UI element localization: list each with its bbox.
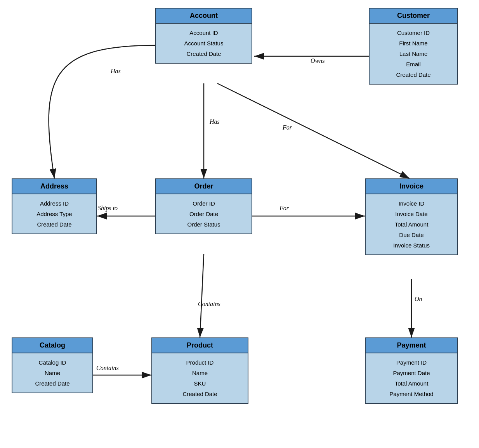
product-field-3: SKU: [158, 378, 241, 389]
customer-field-4: Email: [376, 59, 451, 69]
account-field-1: Account ID: [162, 28, 245, 38]
entity-product: Product Product ID Name SKU Created Date: [151, 337, 248, 404]
rel-owns: Owns: [311, 57, 325, 64]
entity-product-body: Product ID Name SKU Created Date: [152, 353, 248, 403]
rel-for-order-invoice: For: [279, 205, 289, 212]
entity-order-body: Order ID Order Date Order Status: [156, 194, 252, 234]
entity-invoice-body: Invoice ID Invoice Date Total Amount Due…: [366, 194, 457, 254]
entity-customer: Customer Customer ID First Name Last Nam…: [369, 8, 458, 85]
invoice-field-1: Invoice ID: [372, 198, 451, 209]
customer-field-3: Last Name: [376, 48, 451, 59]
rel-has-order: Has: [210, 118, 220, 125]
entity-address-header: Address: [12, 179, 96, 194]
customer-field-2: First Name: [376, 38, 451, 48]
entity-payment-header: Payment: [366, 338, 457, 353]
entity-order-header: Order: [156, 179, 252, 194]
customer-field-1: Customer ID: [376, 28, 451, 38]
invoice-field-2: Invoice Date: [372, 209, 451, 219]
order-field-1: Order ID: [162, 198, 245, 209]
invoice-field-4: Due Date: [372, 230, 451, 240]
entity-address: Address Address ID Address Type Created …: [12, 178, 97, 234]
rel-contains-product: Contains: [198, 301, 220, 308]
entity-invoice: Invoice Invoice ID Invoice Date Total Am…: [365, 178, 458, 255]
account-field-3: Created Date: [162, 48, 245, 59]
entity-payment: Payment Payment ID Payment Date Total Am…: [365, 337, 458, 404]
entity-address-body: Address ID Address Type Created Date: [12, 194, 96, 234]
entity-catalog-body: Catalog ID Name Created Date: [12, 353, 92, 393]
payment-field-2: Payment Date: [372, 368, 451, 378]
order-field-2: Order Date: [162, 209, 245, 219]
entity-product-title: Product: [187, 341, 213, 349]
product-field-1: Product ID: [158, 357, 241, 368]
entity-customer-header: Customer: [370, 9, 457, 24]
account-field-2: Account Status: [162, 38, 245, 48]
catalog-field-2: Name: [19, 368, 86, 378]
entity-payment-body: Payment ID Payment Date Total Amount Pay…: [366, 353, 457, 403]
entity-invoice-header: Invoice: [366, 179, 457, 194]
entity-account-body: Account ID Account Status Created Date: [156, 24, 252, 63]
entity-account-header: Account: [156, 9, 252, 24]
entity-product-header: Product: [152, 338, 248, 353]
rel-has-address: Has: [111, 68, 121, 75]
rel-contains-catalog: Contains: [96, 365, 119, 372]
entity-account-title: Account: [190, 12, 218, 19]
address-field-2: Address Type: [19, 209, 90, 219]
invoice-field-3: Total Amount: [372, 219, 451, 230]
entity-catalog-title: Catalog: [40, 341, 65, 349]
payment-field-1: Payment ID: [372, 357, 451, 368]
entity-order: Order Order ID Order Date Order Status: [155, 178, 252, 234]
catalog-field-3: Created Date: [19, 378, 86, 389]
entity-order-title: Order: [194, 182, 213, 190]
entity-customer-body: Customer ID First Name Last Name Email C…: [370, 24, 457, 84]
customer-field-5: Created Date: [376, 69, 451, 80]
catalog-field-1: Catalog ID: [19, 357, 86, 368]
address-field-1: Address ID: [19, 198, 90, 209]
payment-field-4: Payment Method: [372, 389, 451, 399]
entity-catalog-header: Catalog: [12, 338, 92, 353]
rel-on: On: [415, 296, 422, 303]
entity-payment-title: Payment: [397, 341, 426, 349]
product-field-4: Created Date: [158, 389, 241, 399]
rel-for-invoice: For: [283, 124, 292, 131]
entity-account: Account Account ID Account Status Create…: [155, 8, 252, 64]
entity-invoice-title: Invoice: [399, 182, 423, 190]
diagram-container: Account Account ID Account Status Create…: [0, 0, 479, 448]
entity-customer-title: Customer: [397, 12, 430, 19]
payment-field-3: Total Amount: [372, 378, 451, 389]
product-field-2: Name: [158, 368, 241, 378]
address-field-3: Created Date: [19, 219, 90, 230]
svg-line-4: [217, 83, 410, 178]
entity-address-title: Address: [40, 182, 68, 190]
order-field-3: Order Status: [162, 219, 245, 230]
svg-line-7: [200, 254, 204, 337]
entity-catalog: Catalog Catalog ID Name Created Date: [12, 337, 93, 393]
rel-ships-to: Ships to: [98, 205, 118, 212]
invoice-field-5: Invoice Status: [372, 240, 451, 251]
